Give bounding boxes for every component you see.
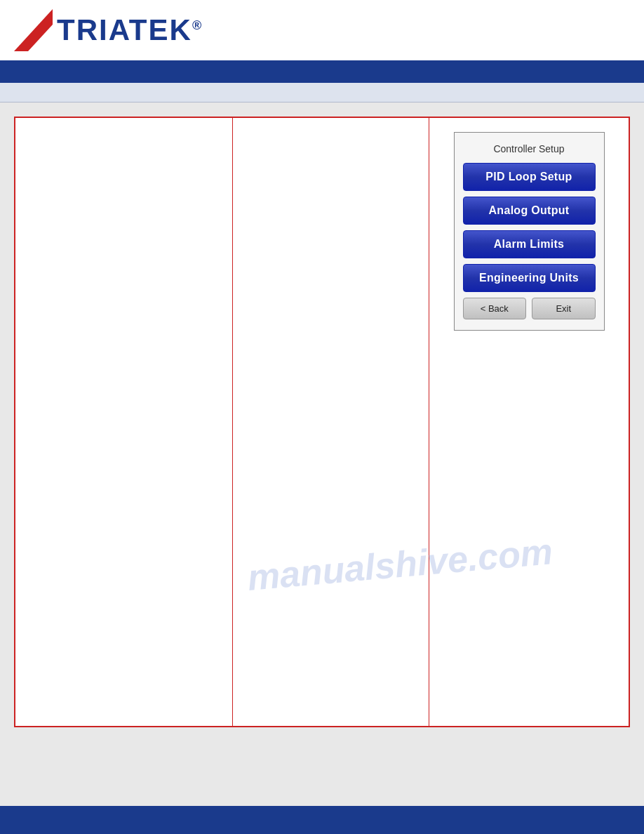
bottom-buttons: < Back Exit <box>463 298 596 319</box>
analog-output-button[interactable]: Analog Output <box>463 197 596 225</box>
logo-text: TRIATEK® <box>57 13 203 47</box>
engineering-units-button[interactable]: Engineering Units <box>463 264 596 292</box>
main-content: manualshive.com Controller Setup PID Loo… <box>0 102 644 806</box>
header: TRIATEK® <box>0 0 644 63</box>
logo-triangle-icon <box>14 9 53 51</box>
col-left <box>15 118 233 726</box>
col-middle: manualshive.com <box>233 118 429 726</box>
col-right: Controller Setup PID Loop Setup Analog O… <box>429 118 629 726</box>
controller-setup-panel: Controller Setup PID Loop Setup Analog O… <box>454 132 605 331</box>
footer-bar <box>0 806 644 834</box>
page-panel: manualshive.com Controller Setup PID Loo… <box>14 117 630 727</box>
sub-bar <box>0 83 644 102</box>
controller-setup-title: Controller Setup <box>463 143 596 154</box>
pid-loop-setup-button[interactable]: PID Loop Setup <box>463 163 596 191</box>
logo: TRIATEK® <box>14 9 203 51</box>
back-button[interactable]: < Back <box>463 298 527 319</box>
alarm-limits-button[interactable]: Alarm Limits <box>463 230 596 258</box>
exit-button[interactable]: Exit <box>532 298 596 319</box>
nav-bar <box>0 63 644 83</box>
